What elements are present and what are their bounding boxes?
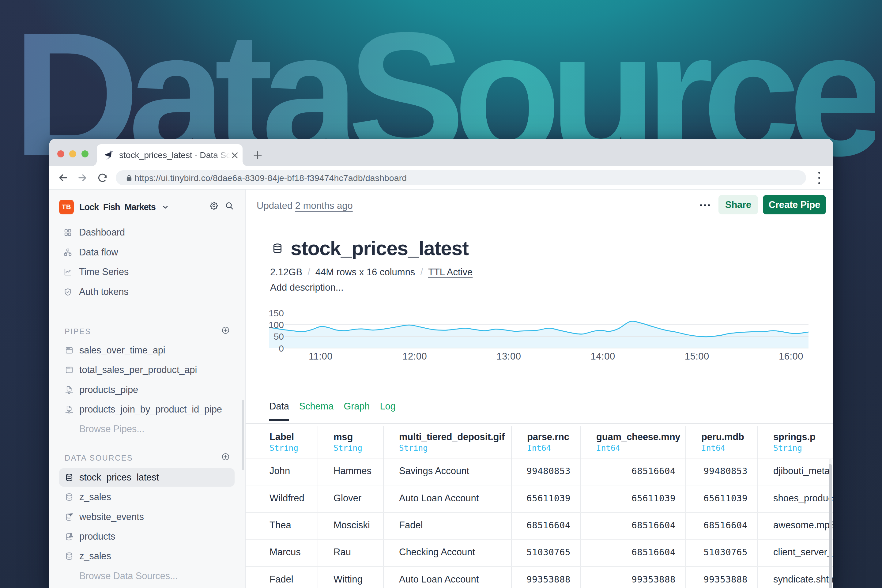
cell-value: shoes_producer	[773, 493, 833, 504]
tab-graph[interactable]: Graph	[344, 401, 370, 422]
datasource-icon	[272, 242, 283, 255]
traffic-zoom-button[interactable]	[81, 150, 88, 158]
table-cell: Fadel	[246, 567, 318, 588]
table-cell: 51030765	[512, 540, 581, 566]
browse-pipes-link[interactable]: Browse Pipes...	[49, 419, 245, 439]
shield-icon	[64, 288, 72, 296]
column-header-springs.p[interactable]: springs.pString	[758, 426, 833, 458]
cell-value: Auto Loan Account	[399, 493, 501, 504]
ttl-link[interactable]: TTL Active	[428, 267, 472, 278]
sidebar-nav-label: Time Series	[79, 266, 129, 278]
table-cell: 68516604	[581, 459, 686, 485]
column-name: msg	[333, 432, 374, 442]
settings-gear-icon[interactable]	[210, 201, 218, 210]
table-cell: Rau	[318, 540, 384, 566]
table-row[interactable]: MarcusRauChecking Account510307656851660…	[246, 540, 833, 567]
sidebar-item-sales_over_time_api[interactable]: sales_over_time_api	[49, 340, 245, 360]
browser-menu-button[interactable]	[818, 171, 821, 184]
add-pipes-button[interactable]	[222, 327, 230, 334]
endpoint-icon	[65, 346, 73, 354]
svg-text:12:00: 12:00	[402, 351, 427, 362]
sidebar-nav-time-series[interactable]: Time Series	[49, 262, 245, 282]
new-tab-button[interactable]	[253, 150, 262, 160]
sidebar-item-total_sales_per_product_api[interactable]: total_sales_per_product_api	[49, 360, 245, 380]
column-header-guam_cheese.mny[interactable]: guam_cheese.mnyInt64	[581, 426, 686, 458]
reload-button[interactable]	[97, 172, 108, 183]
browse-data-sources-link[interactable]: Browse Data Sources...	[49, 566, 245, 585]
workspace-logo[interactable]: TB	[59, 200, 74, 214]
sidebar-item-label: total_sales_per_product_api	[80, 364, 197, 375]
column-type: String	[399, 444, 501, 453]
table-row[interactable]: TheaMosciskiFadel68516604685166046851660…	[246, 513, 833, 540]
table-scrollbar[interactable]	[829, 459, 832, 588]
pipe-icon	[65, 405, 73, 413]
sidebar-item-stock_prices_latest[interactable]: stock_prices_latest	[49, 468, 245, 487]
column-header-msg[interactable]: msgString	[318, 426, 384, 458]
back-button[interactable]	[58, 172, 68, 183]
url-bar[interactable]: https://ui.tinybird.co/8dae6a-8309-84je-…	[116, 170, 806, 185]
table-scrollbar-thumb[interactable]	[829, 464, 832, 588]
cell-value: Auto Loan Account	[399, 574, 501, 585]
sidebar-item-label: stock_prices_latest	[80, 472, 159, 483]
workspace-chevron-down-icon[interactable]	[162, 204, 169, 210]
column-header-multi_tiered_deposit.gif[interactable]: multi_tiered_deposit.gifString	[384, 426, 512, 458]
sidebar-item-label: products_pipe	[80, 384, 138, 395]
column-header-peru.mdb[interactable]: peru.mdbInt64	[686, 426, 758, 458]
sidebar-item-products[interactable]: products	[49, 527, 245, 546]
browser-tab[interactable]: stock_prices_latest - Data Sour	[97, 144, 243, 166]
table-cell: Auto Loan Account	[384, 485, 512, 512]
datasource-icon	[65, 552, 73, 560]
cell-value: 99353888	[526, 574, 570, 585]
timeseries-chart: 05010015011:0012:0013:0014:0015:0016:00	[246, 306, 833, 368]
sidebar-nav-dashboard[interactable]: Dashboard	[49, 223, 245, 243]
sidebar-nav-auth-tokens[interactable]: Auth tokens	[49, 282, 245, 302]
table-cell: Thea	[246, 513, 318, 539]
sidebar-nav-data-flow[interactable]: Data flow	[49, 243, 245, 262]
add-data-sources-button[interactable]	[222, 453, 230, 460]
column-header-Label[interactable]: LabelString	[246, 426, 318, 458]
cell-value: 65611039	[632, 493, 676, 504]
meta-size: 2.12GB	[270, 267, 302, 278]
table-row[interactable]: JohnHammesSavings Account994808536851660…	[246, 459, 833, 485]
tab-close-icon[interactable]	[231, 152, 238, 159]
sidebar-item-z_sales[interactable]: z_sales	[49, 546, 245, 566]
tab-log[interactable]: Log	[380, 401, 395, 422]
cell-value: Rau	[333, 547, 374, 558]
sidebar-item-label: z_sales	[80, 550, 111, 562]
workspace-name[interactable]: Lock_Fish_Markets	[80, 202, 156, 212]
column-type: Int64	[701, 444, 747, 453]
table-row[interactable]: FadelWittingAuto Loan Account99353888993…	[246, 567, 833, 588]
tab-schema[interactable]: Schema	[299, 401, 334, 422]
cell-value: 99480853	[704, 466, 747, 476]
forward-button[interactable]	[77, 172, 88, 183]
more-options-button[interactable]	[699, 203, 711, 207]
sidebar-item-z_sales[interactable]: z_sales	[49, 487, 245, 507]
table-cell: John	[246, 459, 318, 485]
sidebar-scrollbar[interactable]	[242, 400, 244, 470]
traffic-close-button[interactable]	[57, 150, 64, 158]
cell-value: 51030765	[704, 547, 747, 557]
create-pipe-button[interactable]: Create Pipe	[763, 195, 826, 214]
traffic-minimize-button[interactable]	[69, 150, 76, 158]
sidebar-nav-label: Auth tokens	[79, 286, 129, 297]
svg-text:15:00: 15:00	[685, 351, 709, 362]
svg-text:11:00: 11:00	[309, 351, 333, 362]
table-header-row: LabelStringmsgStringmulti_tiered_deposit…	[246, 424, 833, 459]
sidebar-item-products_pipe[interactable]: products_pipe	[49, 380, 245, 400]
tab-data[interactable]: Data	[269, 401, 289, 422]
cell-value: 99353888	[632, 574, 676, 585]
browse-link-label: Browse Data Sources...	[80, 570, 178, 582]
column-header-parse.rnc[interactable]: parse.rncInt64	[512, 426, 581, 458]
column-type: String	[270, 444, 308, 453]
search-icon[interactable]	[225, 201, 234, 210]
sidebar-item-products_join_by_product_id_pipe[interactable]: products_join_by_product_id_pipe	[49, 400, 245, 419]
endpoint-icon	[65, 366, 73, 374]
share-button[interactable]: Share	[718, 195, 758, 214]
add-description-field[interactable]: Add description...	[270, 282, 344, 293]
cell-value: Savings Account	[399, 465, 501, 477]
table-row[interactable]: WildfredGloverAuto Loan Account656110396…	[246, 485, 833, 512]
cell-value: Checking Account	[399, 547, 501, 558]
sidebar-item-website_events[interactable]: website_events	[49, 507, 245, 527]
cell-value: djibouti_metal	[773, 465, 833, 477]
updated-link[interactable]: 2 months ago	[295, 200, 353, 211]
